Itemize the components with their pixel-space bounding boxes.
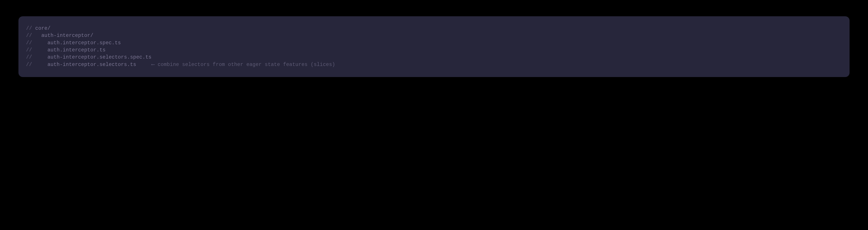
code-text: auth.interceptor.spec.ts xyxy=(48,40,121,46)
comment-prefix: // xyxy=(26,62,48,67)
code-line: // auth.interceptor.spec.ts xyxy=(26,39,842,47)
comment-prefix: // xyxy=(26,47,48,53)
code-line: // auth.interceptor.ts xyxy=(26,47,842,54)
code-text: auth-interceptor.selectors.spec.ts xyxy=(48,55,152,60)
annotation-text: combine selectors from other eager state… xyxy=(158,62,335,67)
code-line: // auth-interceptor/ xyxy=(26,32,842,39)
comment-prefix: // xyxy=(26,26,35,31)
code-line: // auth-interceptor.selectors.ts ⟵ combi… xyxy=(26,61,842,68)
code-line: // core/ xyxy=(26,25,842,32)
code-text: auth-interceptor/ xyxy=(41,33,94,38)
code-text: core/ xyxy=(35,26,51,31)
code-text: auth-interceptor.selectors.ts xyxy=(48,62,136,67)
arrow-icon: ⟵ xyxy=(136,62,158,67)
code-text: auth.interceptor.ts xyxy=(48,47,106,53)
code-block: // core/ // auth-interceptor/ // auth.in… xyxy=(19,16,849,77)
comment-prefix: // xyxy=(26,55,48,60)
comment-prefix: // xyxy=(26,33,41,38)
code-line: // auth-interceptor.selectors.spec.ts xyxy=(26,54,842,61)
comment-prefix: // xyxy=(26,40,48,46)
